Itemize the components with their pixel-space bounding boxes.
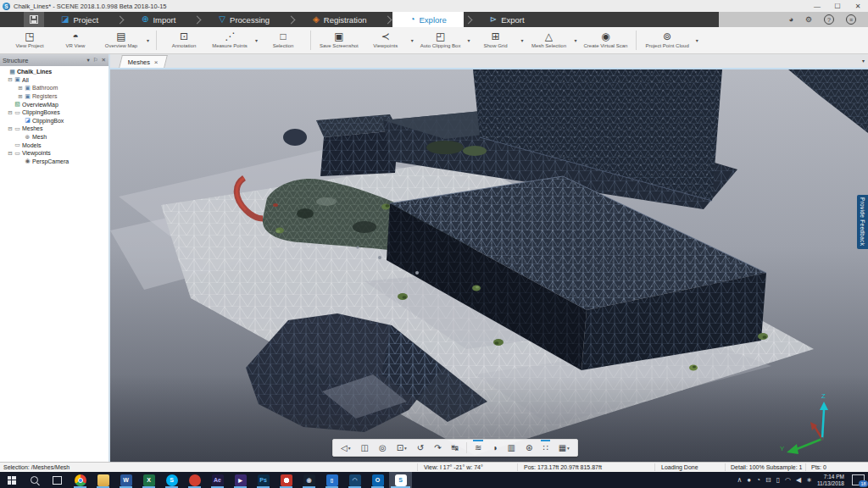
grid-options-button[interactable]: ▦▾ <box>554 440 575 456</box>
orbit-tool-button[interactable]: ↺ <box>412 440 429 456</box>
viewpoints-dropdown-icon[interactable]: ▾ <box>411 37 414 43</box>
expander-icon[interactable]: ⊞ <box>17 93 24 100</box>
ribbon-tab-import[interactable]: ⊕ Import <box>125 12 192 27</box>
expand-view-button[interactable]: ∷ <box>537 440 553 456</box>
dropdown-caret-icon[interactable]: ▾ <box>404 446 407 451</box>
mesh-selection-dropdown-icon[interactable]: ▾ <box>574 37 576 43</box>
taskbar-photoshop[interactable]: Ps <box>252 472 275 488</box>
taskbar-file-explorer[interactable] <box>92 472 114 488</box>
tree-item-perspcamera[interactable]: ◉ PerspCamera <box>0 158 108 166</box>
tree-item-overviewmap[interactable]: ▧ OverviewMap <box>0 100 108 108</box>
cast-icon[interactable]: ⊟ <box>765 476 771 484</box>
zoom-tool-button[interactable]: ◎ <box>374 440 392 456</box>
tree-item-clippingbox[interactable]: ◪ ClippingBox <box>0 117 108 125</box>
volume-icon[interactable]: ◀ <box>796 476 801 484</box>
viewport-3d[interactable]: Z Y ◁▾ ◫ ◎ ⊡▾ ↺ ↷ ↹ ≋ ◑ ▥ ⊛ <box>110 69 868 462</box>
tree-item-registers[interactable]: ⊞ ▣ Registers <box>0 92 108 101</box>
pan-tool-button[interactable]: ◫ <box>355 440 373 456</box>
network-icon[interactable]: ◠ <box>785 476 791 484</box>
panel-close-icon[interactable]: ✕ <box>102 57 106 64</box>
doc-tab-meshes[interactable]: Meshes × <box>119 55 168 68</box>
selection-button[interactable]: □ Selection <box>260 27 306 53</box>
vr-view-button[interactable]: ◓ VR View <box>53 27 98 53</box>
taskbar-outlook[interactable]: O <box>366 472 389 488</box>
expander-icon[interactable]: ⊞ <box>17 85 24 92</box>
panel-collapse-icon[interactable]: ▾ <box>86 57 89 64</box>
save-project-button[interactable] <box>24 12 44 27</box>
phone-icon[interactable]: ▯ <box>776 476 780 484</box>
expander-icon[interactable]: ⊟ <box>7 150 14 157</box>
taskbar-browser-app[interactable]: ◠ <box>343 472 366 488</box>
view-cube-button[interactable]: ⊡▾ <box>392 440 412 456</box>
color-mode-button[interactable]: ≋ <box>470 440 487 456</box>
taskbar-red-app[interactable] <box>183 472 206 488</box>
ribbon-tab-processing[interactable]: ▽ Processing <box>202 12 287 27</box>
ribbon-tab-project[interactable]: ◪ Project <box>44 12 115 27</box>
save-screenshot-button[interactable]: ▣ Save Screenshot <box>315 27 363 53</box>
contrast-mode-button[interactable]: ◑ <box>487 440 502 456</box>
sync-icon[interactable]: ◕ <box>788 16 793 24</box>
taskbar-chrome[interactable] <box>69 472 92 488</box>
tree-item-mesh[interactable]: ⊛ Mesh <box>0 133 108 141</box>
hidden-icons-chevron[interactable]: ∧ <box>737 476 742 484</box>
taskbar-media-app[interactable] <box>275 472 298 488</box>
expander-icon[interactable]: ⊟ <box>7 76 14 83</box>
tree-item-all[interactable]: ⊟ ▣ All <box>0 76 108 85</box>
minimize-button[interactable]: — <box>807 0 827 12</box>
expander-icon[interactable]: ⊟ <box>7 125 14 132</box>
action-center-icon[interactable]: 18 <box>852 474 865 485</box>
close-button[interactable]: ✕ <box>848 0 868 12</box>
taskbar-clock[interactable]: 7:14 PM 11/13/2018 <box>817 474 844 487</box>
close-tab-icon[interactable]: × <box>154 58 159 66</box>
taskbar-word[interactable]: W <box>114 472 137 488</box>
dropdown-caret-icon[interactable]: ▾ <box>348 446 351 451</box>
search-button[interactable] <box>23 472 46 488</box>
overview-map-dropdown-icon[interactable]: ▾ <box>147 37 149 43</box>
mesh-selection-button[interactable]: △ Mesh Selection <box>526 27 571 53</box>
tree-item-clippingboxes[interactable]: ⊟ ▭ ClippingBoxes <box>0 108 108 117</box>
taskbar-steam[interactable]: ◉ <box>298 472 320 488</box>
ribbon-tab-explore[interactable]: ◔ Explore <box>392 12 463 27</box>
rotate-cw-button[interactable]: ↹ <box>447 440 464 456</box>
ribbon-tab-export[interactable]: ⊳ Export <box>473 12 542 27</box>
annotation-button[interactable]: ⊡ Annotation <box>161 27 207 53</box>
tree-item-bathroom[interactable]: ⊞ ▣ Bathroom <box>0 84 108 92</box>
show-grid-dropdown-icon[interactable]: ▾ <box>520 37 523 43</box>
viewport-3d-scene[interactable]: Z Y <box>110 69 868 463</box>
tree-item-viewpoints[interactable]: ⊟ ▭ Viewpoints <box>0 149 108 158</box>
histogram-button[interactable]: ▥ <box>502 440 520 456</box>
tray-app-icon[interactable]: ● <box>747 476 751 484</box>
help-icon[interactable]: ? <box>824 14 834 25</box>
measure-points-dropdown-icon[interactable]: ▾ <box>255 37 258 43</box>
taskbar-phone-app[interactable]: ▯ <box>320 472 343 488</box>
tab-list-caret-icon[interactable]: ▾ <box>862 58 865 64</box>
tree-item-models[interactable]: ▭ Models <box>0 141 108 149</box>
show-grid-button[interactable]: ⊞ Show Grid <box>472 27 518 53</box>
taskbar-after-effects[interactable]: Ae <box>206 472 229 488</box>
select-tool-button[interactable]: ◁▾ <box>336 440 355 456</box>
create-virtual-scan-button[interactable]: ◉ Create Virtual Scan <box>580 27 632 53</box>
measure-points-button[interactable]: ⋰ Measure Points <box>207 27 253 53</box>
taskbar-scene-active[interactable]: S <box>389 472 412 488</box>
dropdown-caret-icon[interactable]: ▾ <box>567 446 570 451</box>
taskbar-video-app[interactable]: ▶ <box>229 472 252 488</box>
start-button[interactable] <box>0 472 23 488</box>
task-view-button[interactable] <box>46 472 69 488</box>
maximize-button[interactable]: ☐ <box>827 0 848 12</box>
view-project-button[interactable]: ◳ View Project <box>7 27 53 53</box>
panel-pin-icon[interactable]: ⚐ <box>93 57 98 64</box>
settings-gear-icon[interactable]: ⚙ <box>805 16 812 24</box>
taskbar-skype[interactable]: S <box>160 472 183 488</box>
auto-clipping-box-dropdown-icon[interactable]: ▾ <box>467 37 470 43</box>
viewpoints-button[interactable]: ≺ Viewpoints <box>363 27 409 53</box>
project-point-cloud-dropdown-icon[interactable]: ▾ <box>696 37 698 43</box>
rotate-ccw-button[interactable]: ↷ <box>429 440 446 456</box>
taskbar-excel[interactable]: X <box>137 472 160 488</box>
provide-feedback-tab[interactable]: Provide Feedback <box>857 195 868 249</box>
auto-clipping-box-button[interactable]: ◰ Auto Clipping Box <box>416 27 465 53</box>
tree-item-chalk-lines[interactable]: ▦ Chalk_Lines <box>0 68 108 76</box>
expander-icon[interactable]: ⊟ <box>7 109 14 116</box>
feedback-icon[interactable]: ≡ <box>846 14 856 25</box>
tray-app-icon[interactable]: ∗ <box>806 476 812 484</box>
tray-app-icon[interactable]: ◔ <box>756 476 760 484</box>
